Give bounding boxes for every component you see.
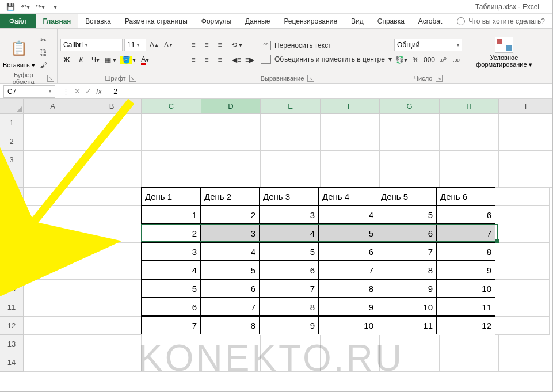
save-icon[interactable]: 💾: [3, 3, 17, 11]
cell-D8[interactable]: 4: [200, 242, 260, 261]
tab-page-layout[interactable]: Разметка страницы: [118, 14, 194, 28]
cell-C13[interactable]: [142, 335, 201, 353]
cell-G2[interactable]: [380, 132, 440, 151]
align-dialog-icon[interactable]: ↘: [307, 75, 314, 82]
align-right-icon[interactable]: ≡: [213, 54, 226, 66]
row-header-13[interactable]: 13: [0, 335, 24, 353]
cell-H5[interactable]: День 6: [436, 187, 495, 205]
cell-F2[interactable]: [321, 132, 380, 151]
col-header-C[interactable]: C: [142, 99, 201, 114]
cell-A3[interactable]: [24, 151, 82, 169]
shrink-font-icon[interactable]: A▼: [162, 39, 175, 51]
cell-H1[interactable]: [440, 114, 499, 132]
cell-E1[interactable]: [261, 114, 321, 132]
cell-C10[interactable]: 5: [141, 279, 201, 298]
cell-B2[interactable]: [82, 132, 142, 151]
cell-C5[interactable]: День 1: [141, 187, 201, 205]
cell-B3[interactable]: [82, 151, 142, 169]
cell-E2[interactable]: [261, 132, 321, 151]
enter-icon[interactable]: ✓: [85, 87, 91, 96]
cell-G10[interactable]: 9: [377, 279, 437, 298]
cell-E12[interactable]: 9: [259, 316, 319, 334]
cell-G1[interactable]: [380, 114, 440, 132]
font-name-select[interactable]: Calibri▾: [60, 39, 123, 51]
cell-E10[interactable]: 7: [259, 279, 319, 298]
paste-label[interactable]: Вставить ▾: [3, 62, 35, 69]
row-header-10[interactable]: 10: [0, 280, 24, 298]
cell-A1[interactable]: [24, 114, 82, 132]
cell-C8[interactable]: 3: [141, 242, 201, 261]
cell-D1[interactable]: [201, 114, 261, 132]
cell-G14[interactable]: [380, 353, 440, 372]
decrease-decimal-icon[interactable]: .00: [450, 54, 463, 66]
cell-D14[interactable]: [201, 353, 261, 372]
cell-G12[interactable]: 11: [377, 316, 437, 334]
cell-E13[interactable]: [261, 335, 321, 353]
cell-A12[interactable]: [24, 317, 82, 335]
cell-B7[interactable]: [82, 224, 142, 243]
cell-B8[interactable]: [82, 243, 142, 261]
cell-C1[interactable]: [142, 114, 201, 132]
cell-B12[interactable]: [82, 317, 142, 335]
col-header-G[interactable]: G: [380, 99, 440, 114]
cell-G7[interactable]: 6: [377, 224, 437, 242]
cell-F12[interactable]: 10: [318, 316, 377, 334]
cell-F10[interactable]: 8: [318, 279, 377, 298]
cell-H2[interactable]: [440, 132, 499, 151]
cell-G3[interactable]: [380, 151, 440, 169]
col-header-I[interactable]: I: [499, 99, 553, 114]
cell-I11[interactable]: [495, 298, 550, 317]
cell-E6[interactable]: 3: [259, 205, 319, 224]
cell-A13[interactable]: [24, 335, 82, 353]
cell-F6[interactable]: 4: [318, 205, 377, 224]
format-painter-icon[interactable]: 🖌: [37, 59, 50, 71]
cell-G13[interactable]: [380, 335, 440, 353]
cell-I10[interactable]: [495, 280, 550, 298]
cell-D4[interactable]: [201, 169, 261, 188]
row-header-5[interactable]: 5: [0, 188, 24, 206]
cell-D5[interactable]: День 2: [200, 187, 260, 205]
cell-A9[interactable]: [24, 261, 82, 280]
cell-E4[interactable]: [261, 169, 321, 188]
cell-F1[interactable]: [321, 114, 380, 132]
col-header-B[interactable]: B: [82, 99, 142, 114]
tab-home[interactable]: Главная: [36, 14, 79, 28]
conditional-format-button[interactable]: Условноеформатирование ▾: [476, 37, 532, 68]
cell-I2[interactable]: [499, 132, 553, 151]
copy-icon[interactable]: ⿻: [37, 47, 50, 58]
cell-C6[interactable]: 1: [141, 205, 201, 224]
underline-button[interactable]: Ч ▾: [89, 54, 102, 66]
indent-increase-icon[interactable]: ≡▶: [243, 54, 256, 66]
tab-data[interactable]: Данные: [238, 14, 277, 28]
fx-icon[interactable]: fx: [96, 87, 102, 96]
formula-input[interactable]: 2: [108, 87, 123, 96]
cell-F13[interactable]: [321, 335, 380, 353]
indent-decrease-icon[interactable]: ◀≡: [230, 54, 243, 66]
border-button[interactable]: ▦ ▾: [104, 54, 117, 66]
tell-me[interactable]: Что вы хотите сделать?: [450, 14, 552, 28]
cell-E14[interactable]: [261, 353, 321, 372]
cell-A2[interactable]: [24, 132, 82, 151]
cell-A5[interactable]: [24, 188, 82, 206]
cell-I7[interactable]: [495, 224, 550, 243]
cell-F4[interactable]: [321, 169, 380, 188]
cell-D2[interactable]: [201, 132, 261, 151]
cancel-icon[interactable]: ✕: [74, 87, 81, 96]
cell-I4[interactable]: [499, 169, 553, 188]
cell-E7[interactable]: 4: [259, 224, 319, 242]
merge-center-button[interactable]: Объединить и поместить в центре ▾: [261, 53, 392, 66]
cell-C14[interactable]: [142, 353, 201, 372]
cell-C4[interactable]: [142, 169, 201, 188]
row-header-8[interactable]: 8: [0, 243, 24, 261]
tab-formulas[interactable]: Формулы: [194, 14, 238, 28]
cell-I5[interactable]: [495, 188, 550, 206]
cell-G5[interactable]: День 5: [377, 187, 437, 205]
cell-H11[interactable]: 11: [436, 298, 495, 316]
accounting-format-icon[interactable]: 💱▾: [394, 54, 409, 66]
col-header-A[interactable]: A: [24, 99, 82, 114]
row-header-3[interactable]: 3: [0, 151, 24, 169]
cell-D9[interactable]: 5: [200, 261, 260, 279]
wrap-text-button[interactable]: abПереносить текст: [261, 39, 392, 52]
tab-review[interactable]: Рецензирование: [277, 14, 344, 28]
cell-I6[interactable]: [495, 206, 550, 224]
